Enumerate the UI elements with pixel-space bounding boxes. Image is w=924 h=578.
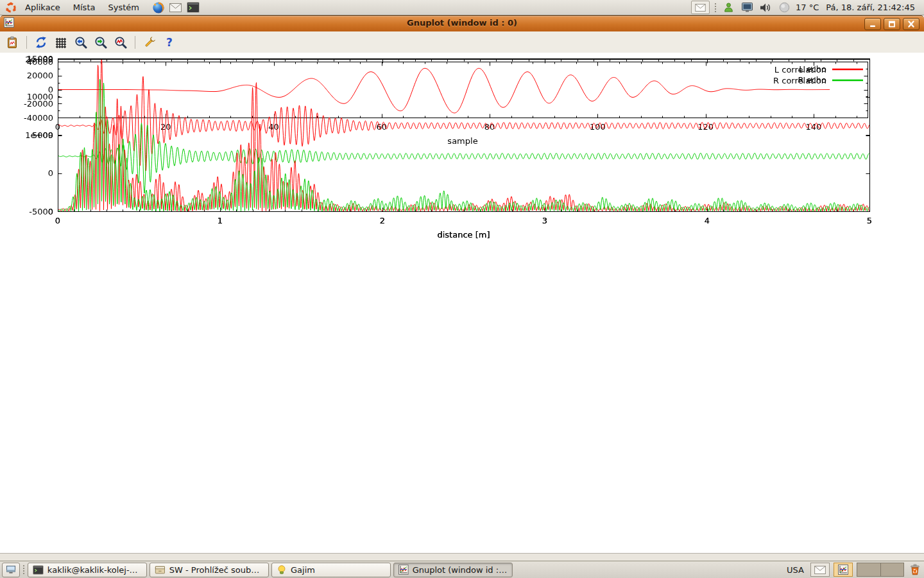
show-desktop-icon xyxy=(6,565,16,574)
mail-notification-icon[interactable] xyxy=(691,1,710,14)
zoom-previous-button[interactable] xyxy=(74,35,88,49)
firefox-icon[interactable] xyxy=(151,1,166,14)
window-titlebar[interactable]: Gnuplot (window id : 0) xyxy=(0,15,924,31)
window-title: Gnuplot (window id : 0) xyxy=(407,18,517,28)
refresh-icon xyxy=(35,36,47,49)
maximize-button[interactable] xyxy=(884,18,900,30)
copy-plot-button[interactable] xyxy=(5,35,19,49)
task-label: SW - Prohlížeč souborů xyxy=(169,565,264,575)
task-button-gnuplot[interactable]: Gnuplot (window id : 0) xyxy=(393,563,513,577)
panel-launchers xyxy=(151,1,200,14)
task-label: Gnuplot (window id : 0) xyxy=(413,565,508,575)
applet-handle xyxy=(22,565,25,575)
unzoom-button[interactable] xyxy=(114,35,128,49)
terminal-icon[interactable] xyxy=(186,1,200,14)
task-button-gajim[interactable]: Gajim xyxy=(271,563,391,577)
tray-mail-icon[interactable] xyxy=(810,563,830,577)
unzoom-icon xyxy=(114,36,127,49)
display-icon[interactable] xyxy=(740,1,754,14)
taskbar-right: USA xyxy=(784,563,922,577)
menu-places[interactable]: Místa xyxy=(67,1,101,13)
help-button[interactable]: ? xyxy=(162,35,176,49)
zoom-next-button[interactable] xyxy=(94,35,108,49)
task-button-file-manager[interactable]: SW - Prohlížeč souborů xyxy=(150,563,269,577)
minimize-button[interactable] xyxy=(864,18,881,30)
ubuntu-logo-icon[interactable] xyxy=(4,1,18,14)
grid-button[interactable] xyxy=(54,35,68,49)
close-button[interactable] xyxy=(903,18,920,30)
workspace-1[interactable] xyxy=(857,563,880,576)
window-controls xyxy=(864,18,924,30)
gnuplot-window-icon[interactable] xyxy=(4,17,14,30)
zoom-previous-icon xyxy=(74,36,87,49)
copy-plot-icon xyxy=(6,36,19,49)
toolbar-separator xyxy=(26,36,27,49)
top-panel: Aplikace Místa Systém xyxy=(0,0,924,15)
refresh-button[interactable] xyxy=(34,35,48,49)
workspace-switcher xyxy=(857,563,904,577)
weather-icon[interactable] xyxy=(777,1,791,14)
toolbar-separator xyxy=(135,36,135,49)
desktop: Aplikace Místa Systém xyxy=(0,0,924,578)
tray-gnuplot-icon[interactable] xyxy=(834,563,853,577)
gnuplot-window: Gnuplot (window id : 0) xyxy=(0,15,924,561)
help-icon: ? xyxy=(163,36,176,49)
gajim-icon xyxy=(277,565,287,575)
svg-text:?: ? xyxy=(166,36,173,49)
bottom-panel: kaklik@kaklik-kolej-u... SW - Prohlížeč … xyxy=(0,561,924,578)
menu-system[interactable]: Systém xyxy=(102,1,144,13)
task-label: kaklik@kaklik-kolej-u... xyxy=(47,565,142,575)
panel-indicators: 17 °C Pá, 18. září, 21:42:45 xyxy=(691,1,920,14)
mail-icon[interactable] xyxy=(169,1,183,14)
plot-canvas-area xyxy=(0,53,924,554)
task-label: Gajim xyxy=(291,565,315,575)
clock-label[interactable]: Pá, 18. září, 21:42:45 xyxy=(823,3,918,12)
gnuplot-toolbar: ? xyxy=(0,31,924,53)
configure-button[interactable] xyxy=(142,35,157,49)
correlation-distance-chart[interactable] xyxy=(0,53,924,245)
keyboard-layout-indicator[interactable]: USA xyxy=(784,565,807,575)
file-manager-icon xyxy=(155,565,166,575)
temperature-label[interactable]: 17 °C xyxy=(796,3,819,12)
show-desktop-button[interactable] xyxy=(2,563,20,577)
trash-icon[interactable] xyxy=(908,563,922,576)
workspace-2[interactable] xyxy=(880,563,904,576)
menu-applications[interactable]: Aplikace xyxy=(19,1,66,13)
volume-icon[interactable] xyxy=(758,1,773,14)
gnuplot-icon xyxy=(398,565,409,575)
user-switch-icon[interactable] xyxy=(721,1,735,14)
zoom-next-icon xyxy=(94,36,107,49)
configure-icon xyxy=(143,36,156,49)
task-button-terminal[interactable]: kaklik@kaklik-kolej-u... xyxy=(28,563,147,577)
grid-icon xyxy=(55,36,67,49)
applet-handle xyxy=(714,3,717,13)
terminal-icon xyxy=(33,565,44,575)
